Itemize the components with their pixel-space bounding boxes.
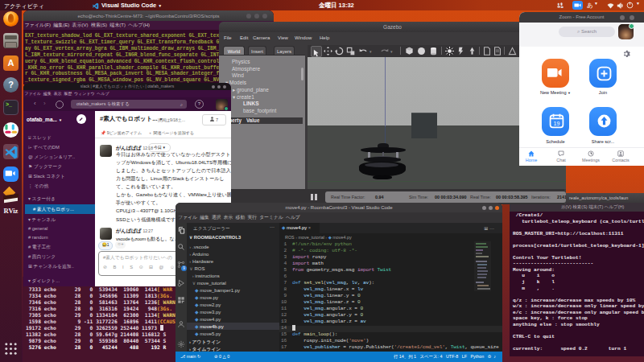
- svg-text:19: 19: [554, 121, 560, 127]
